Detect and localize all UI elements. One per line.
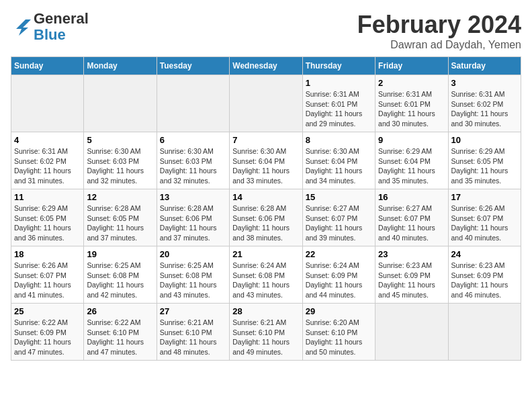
calendar-cell: 24Sunrise: 6:23 AMSunset: 6:09 PMDayligh… [448,246,521,304]
day-number: 21 [232,249,299,259]
day-info: Sunrise: 6:21 AMSunset: 6:10 PMDaylight:… [160,318,226,357]
logo-text: General Blue [34,11,89,43]
header-saturday: Saturday [448,57,521,75]
day-number: 6 [160,135,226,145]
calendar-cell: 8Sunrise: 6:30 AMSunset: 6:04 PMDaylight… [302,132,375,189]
day-info: Sunrise: 6:20 AMSunset: 6:10 PMDaylight:… [306,318,372,357]
day-number: 14 [232,192,299,202]
calendar-cell [448,304,521,361]
day-info: Sunrise: 6:31 AMSunset: 6:01 PMDaylight:… [306,89,372,129]
logo-icon [11,17,31,37]
calendar-cell: 1Sunrise: 6:31 AMSunset: 6:01 PMDaylight… [302,75,375,132]
calendar-cell: 20Sunrise: 6:25 AMSunset: 6:08 PMDayligh… [157,246,229,304]
day-info: Sunrise: 6:21 AMSunset: 6:10 PMDaylight:… [232,318,299,357]
title-area: February 2024 Dawran ad Daydah, Yemen [357,11,521,51]
day-number: 15 [306,192,372,202]
calendar-cell [11,75,84,132]
calendar-cell [84,75,157,132]
week-row-1: 1Sunrise: 6:31 AMSunset: 6:01 PMDaylight… [11,75,521,132]
day-number: 19 [87,249,153,259]
calendar-cell: 28Sunrise: 6:21 AMSunset: 6:10 PMDayligh… [230,304,302,361]
day-info: Sunrise: 6:25 AMSunset: 6:08 PMDaylight:… [87,261,153,300]
day-info: Sunrise: 6:24 AMSunset: 6:09 PMDaylight:… [306,261,372,300]
day-number: 10 [451,135,518,145]
day-info: Sunrise: 6:31 AMSunset: 6:02 PMDaylight:… [451,89,518,129]
day-info: Sunrise: 6:29 AMSunset: 6:05 PMDaylight:… [14,203,81,243]
day-info: Sunrise: 6:30 AMSunset: 6:04 PMDaylight:… [232,146,299,186]
header-monday: Monday [84,57,157,75]
calendar-cell: 14Sunrise: 6:28 AMSunset: 6:06 PMDayligh… [230,189,302,246]
day-number: 5 [87,135,153,145]
calendar-cell: 9Sunrise: 6:29 AMSunset: 6:04 PMDaylight… [375,132,448,189]
day-number: 4 [14,135,81,145]
day-number: 20 [160,249,226,259]
week-row-4: 18Sunrise: 6:26 AMSunset: 6:07 PMDayligh… [11,246,521,304]
logo-blue: Blue [34,26,66,43]
header-sunday: Sunday [11,57,84,75]
day-info: Sunrise: 6:25 AMSunset: 6:08 PMDaylight:… [160,261,226,300]
calendar-cell: 23Sunrise: 6:23 AMSunset: 6:09 PMDayligh… [375,246,448,304]
calendar-cell: 12Sunrise: 6:28 AMSunset: 6:05 PMDayligh… [84,189,157,246]
calendar-cell: 2Sunrise: 6:31 AMSunset: 6:01 PMDaylight… [375,75,448,132]
calendar-cell: 21Sunrise: 6:24 AMSunset: 6:08 PMDayligh… [230,246,302,304]
day-info: Sunrise: 6:30 AMSunset: 6:03 PMDaylight:… [87,146,153,186]
day-info: Sunrise: 6:30 AMSunset: 6:03 PMDaylight:… [160,146,226,186]
day-number: 11 [14,192,81,202]
calendar-cell: 5Sunrise: 6:30 AMSunset: 6:03 PMDaylight… [84,132,157,189]
calendar-header: Sunday Monday Tuesday Wednesday Thursday… [11,57,521,75]
calendar-cell: 13Sunrise: 6:28 AMSunset: 6:06 PMDayligh… [157,189,229,246]
day-number: 16 [378,192,445,202]
day-info: Sunrise: 6:29 AMSunset: 6:04 PMDaylight:… [378,146,445,186]
day-number: 29 [306,306,372,316]
day-number: 7 [232,135,299,145]
day-info: Sunrise: 6:29 AMSunset: 6:05 PMDaylight:… [451,146,518,186]
day-number: 26 [87,306,153,316]
calendar-cell: 17Sunrise: 6:26 AMSunset: 6:07 PMDayligh… [448,189,521,246]
logo: General Blue [11,11,89,43]
day-info: Sunrise: 6:24 AMSunset: 6:08 PMDaylight:… [232,261,299,300]
day-info: Sunrise: 6:31 AMSunset: 6:01 PMDaylight:… [378,89,445,129]
calendar-cell: 27Sunrise: 6:21 AMSunset: 6:10 PMDayligh… [157,304,229,361]
day-number: 27 [160,306,226,316]
day-info: Sunrise: 6:28 AMSunset: 6:06 PMDaylight:… [232,203,299,243]
week-row-5: 25Sunrise: 6:22 AMSunset: 6:09 PMDayligh… [11,304,521,361]
day-number: 13 [160,192,226,202]
calendar-cell: 22Sunrise: 6:24 AMSunset: 6:09 PMDayligh… [302,246,375,304]
week-row-3: 11Sunrise: 6:29 AMSunset: 6:05 PMDayligh… [11,189,521,246]
day-info: Sunrise: 6:22 AMSunset: 6:10 PMDaylight:… [87,318,153,357]
month-title: February 2024 [357,11,521,39]
calendar-cell: 25Sunrise: 6:22 AMSunset: 6:09 PMDayligh… [11,304,84,361]
calendar-cell: 6Sunrise: 6:30 AMSunset: 6:03 PMDaylight… [157,132,229,189]
day-number: 22 [306,249,372,259]
calendar-cell [157,75,229,132]
logo-general: General [34,10,89,27]
calendar-cell: 18Sunrise: 6:26 AMSunset: 6:07 PMDayligh… [11,246,84,304]
day-info: Sunrise: 6:27 AMSunset: 6:07 PMDaylight:… [306,203,372,243]
day-number: 24 [451,249,518,259]
calendar-table: Sunday Monday Tuesday Wednesday Thursday… [11,56,521,361]
calendar-cell: 16Sunrise: 6:27 AMSunset: 6:07 PMDayligh… [375,189,448,246]
day-number: 25 [14,306,81,316]
calendar-cell: 15Sunrise: 6:27 AMSunset: 6:07 PMDayligh… [302,189,375,246]
calendar-cell [230,75,302,132]
header-thursday: Thursday [302,57,375,75]
day-info: Sunrise: 6:22 AMSunset: 6:09 PMDaylight:… [14,318,81,357]
day-number: 3 [451,78,518,88]
day-info: Sunrise: 6:23 AMSunset: 6:09 PMDaylight:… [451,261,518,300]
location-title: Dawran ad Daydah, Yemen [357,39,521,51]
week-row-2: 4Sunrise: 6:31 AMSunset: 6:02 PMDaylight… [11,132,521,189]
day-info: Sunrise: 6:26 AMSunset: 6:07 PMDaylight:… [451,203,518,243]
day-info: Sunrise: 6:30 AMSunset: 6:04 PMDaylight:… [306,146,372,186]
day-info: Sunrise: 6:26 AMSunset: 6:07 PMDaylight:… [14,261,81,300]
day-number: 2 [378,78,445,88]
day-number: 23 [378,249,445,259]
day-info: Sunrise: 6:27 AMSunset: 6:07 PMDaylight:… [378,203,445,243]
calendar-cell: 10Sunrise: 6:29 AMSunset: 6:05 PMDayligh… [448,132,521,189]
calendar-cell: 11Sunrise: 6:29 AMSunset: 6:05 PMDayligh… [11,189,84,246]
calendar-cell: 29Sunrise: 6:20 AMSunset: 6:10 PMDayligh… [302,304,375,361]
day-info: Sunrise: 6:28 AMSunset: 6:05 PMDaylight:… [87,203,153,243]
day-number: 1 [306,78,372,88]
day-number: 12 [87,192,153,202]
day-number: 18 [14,249,81,259]
calendar-body: 1Sunrise: 6:31 AMSunset: 6:01 PMDaylight… [11,75,521,361]
